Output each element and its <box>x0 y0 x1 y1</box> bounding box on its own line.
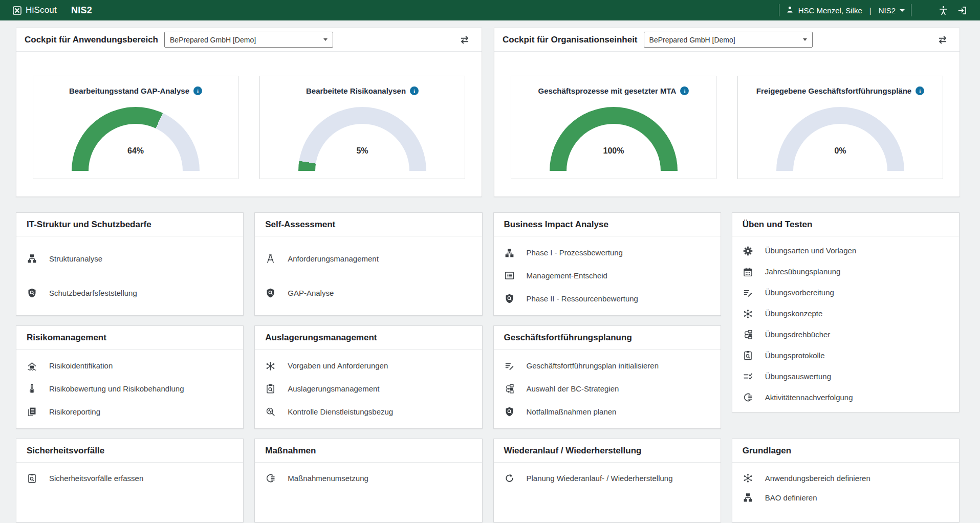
gauge-title: Bearbeitete Risikoanalysen <box>306 86 406 95</box>
list-edit-icon <box>743 288 753 298</box>
module-link[interactable]: Kontrolle Dienstleistungsbezug <box>265 406 471 417</box>
module-link-label: Übungskonzepte <box>765 309 823 319</box>
flood-icon <box>27 361 37 372</box>
gauge-value: 0% <box>776 146 904 156</box>
module-link[interactable]: Phase I - Prozessbewertung <box>504 248 710 258</box>
context-dropdown[interactable]: NIS2 <box>879 6 905 15</box>
module-link[interactable]: Übungsarten und Vorlagen <box>743 246 949 256</box>
org-chart-icon <box>27 253 37 264</box>
module-link[interactable]: GAP-Analyse <box>265 288 471 298</box>
topbar: HiScout NIS2 HSC Menzel, Silke | NIS2 <box>0 0 980 20</box>
gauge-card: Bearbeitete Risikoanalysen i 5% <box>259 76 465 179</box>
swap-view-button[interactable] <box>935 32 950 48</box>
module-link[interactable]: Strukturanalyse <box>27 253 233 264</box>
user-name: HSC Menzel, Silke <box>798 6 862 15</box>
semicircle-gauge: 0% <box>776 107 904 171</box>
module-card: Üben und Testen Übungsarten und Vorlagen… <box>732 212 960 412</box>
shield-search-icon <box>504 293 515 304</box>
module-link[interactable]: Übungsauswertung <box>743 371 949 382</box>
cockpit-panels: Cockpit für Anwendungsbereich BePrepared… <box>16 28 960 197</box>
user-menu[interactable]: HSC Menzel, Silke <box>786 5 862 15</box>
hiscout-logo[interactable]: HiScout <box>12 5 57 15</box>
module-link[interactable]: Übungsdrehbücher <box>743 329 949 340</box>
gear-icon <box>743 246 753 256</box>
app-title: NIS2 <box>71 5 92 16</box>
list-checks-icon <box>743 371 753 382</box>
module-link[interactable]: Management-Entscheid <box>504 270 710 281</box>
module-link[interactable]: Notfallmaßnahmen planen <box>504 406 710 417</box>
module-card: Sicherheitsvorfälle Sicherheitsvorfälle … <box>16 439 244 522</box>
module-link[interactable]: Phase II - Ressourcenbewertung <box>504 293 710 304</box>
activity-trace-icon <box>265 473 276 484</box>
module-link-label: Übungsarten und Vorlagen <box>765 246 856 256</box>
info-icon[interactable]: i <box>680 86 689 95</box>
clipboard-search-icon <box>743 350 753 361</box>
module-link[interactable]: Anwendungsbereich definieren <box>743 473 949 484</box>
scope-select[interactable]: BePrepared GmbH [Demo] <box>644 32 813 48</box>
module-link-label: Übungsprotokolle <box>765 351 825 361</box>
scope-select-value: BePrepared GmbH [Demo] <box>170 36 323 44</box>
info-icon[interactable]: i <box>916 86 924 95</box>
module-link-label: Übungsvorbereitung <box>765 288 834 298</box>
panel-title: Cockpit für Anwendungsbereich <box>25 35 158 45</box>
module-link-label: Übungsdrehbücher <box>765 330 831 340</box>
module-link-label: Risikobewertung und Risikobehandlung <box>49 384 184 394</box>
module-link[interactable]: Vorgaben und Anforderungen <box>265 361 471 372</box>
calendar-icon <box>743 267 753 277</box>
module-link[interactable]: Aktivitätennachverfolgung <box>743 392 949 403</box>
logout-icon <box>957 5 968 16</box>
module-link[interactable]: Maßnahmenumsetzung <box>265 473 471 484</box>
module-card: Self-Assessment Anforderungsmanagement G… <box>254 212 482 316</box>
swap-icon <box>936 33 949 47</box>
module-link[interactable]: Übungsvorbereitung <box>743 288 949 298</box>
module-link[interactable]: Übungsprotokolle <box>743 350 949 361</box>
activity-trace-icon <box>743 392 753 403</box>
module-link[interactable]: Sicherheitsvorfälle erfassen <box>27 473 233 484</box>
hub-icon <box>265 361 276 372</box>
module-cards-grid: IT-Struktur und Schutzbedarfe Strukturan… <box>16 212 960 522</box>
module-link[interactable]: Auslagerungsmanagement <box>265 383 471 394</box>
scope-select[interactable]: BePrepared GmbH [Demo] <box>164 32 333 48</box>
gauge-title: Bearbeitungsstand GAP-Analyse <box>69 86 189 95</box>
gauge-title: Freigegebene Geschäftsfortführungspläne <box>756 86 911 95</box>
module-link[interactable]: BAO definieren <box>743 492 949 503</box>
module-link-label: Anwendungsbereich definieren <box>765 473 870 484</box>
module-link[interactable]: Risikoidentifikation <box>27 361 233 372</box>
swap-view-button[interactable] <box>457 32 472 48</box>
user-icon <box>786 5 794 15</box>
module-link[interactable]: Risikoreporting <box>27 406 233 417</box>
scope-select-value: BePrepared GmbH [Demo] <box>649 36 803 44</box>
module-link-label: Anforderungsmanagement <box>288 254 379 264</box>
module-link-label: Strukturanalyse <box>49 254 102 264</box>
module-link[interactable]: Planung Wiederanlauf- / Wiederherstellun… <box>504 473 710 484</box>
module-link[interactable]: Auswahl der BC-Strategien <box>504 383 710 394</box>
module-link[interactable]: Jahresübungsplanung <box>743 267 949 277</box>
shield-search-icon <box>504 406 515 417</box>
accessibility-button[interactable] <box>937 4 950 17</box>
logout-button[interactable] <box>956 4 969 17</box>
info-icon[interactable]: i <box>193 86 202 95</box>
context-label: NIS2 <box>879 6 896 15</box>
module-card: Business Impact Analyse Phase I - Prozes… <box>493 212 721 316</box>
gauge-card: Bearbeitungsstand GAP-Analyse i 64% <box>33 76 238 179</box>
info-icon[interactable]: i <box>410 86 419 95</box>
hub-icon <box>743 309 753 319</box>
module-link[interactable]: Anforderungsmanagement <box>265 253 471 264</box>
module-link[interactable]: Risikobewertung und Risikobehandlung <box>27 383 233 394</box>
module-link-label: Jahresübungsplanung <box>765 267 841 277</box>
gauge-value: 5% <box>298 146 426 156</box>
module-link-label: Kontrolle Dienstleistungsbezug <box>288 407 393 417</box>
module-link-label: Geschäftsfortführungsplan initialisieren <box>527 361 659 371</box>
module-link[interactable]: Schutzbedarfsfeststellung <box>27 288 233 298</box>
module-link[interactable]: Übungskonzepte <box>743 309 949 319</box>
semicircle-gauge: 5% <box>298 107 426 171</box>
thermometer-icon <box>27 383 37 394</box>
report-docs-icon <box>27 406 37 417</box>
pipe-separator: | <box>868 6 873 15</box>
module-card: Grundlagen Anwendungsbereich definieren … <box>732 439 960 522</box>
module-link[interactable]: Geschäftsfortführungsplan initialisieren <box>504 361 710 372</box>
module-card: IT-Struktur und Schutzbedarfe Strukturan… <box>16 212 244 316</box>
semicircle-gauge: 100% <box>550 107 678 171</box>
module-card-title: Grundlagen <box>732 439 959 463</box>
compass-icon <box>265 253 276 264</box>
